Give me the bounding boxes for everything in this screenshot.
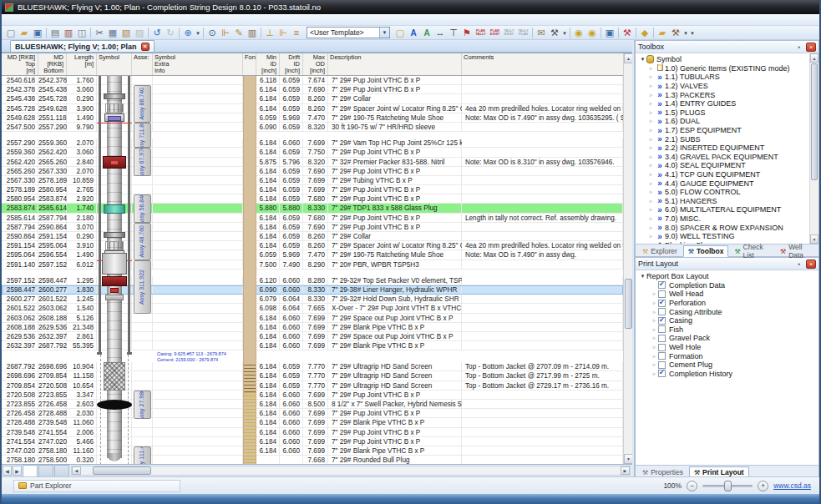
zoom-slider-thumb[interactable] — [724, 481, 732, 491]
toolbox-item-gauge-equipment[interactable]: ▹ 4.4) GAUGE EQUIPMENT — [636, 179, 818, 188]
print-item-completion-data[interactable]: ▹ Completion Data — [636, 281, 818, 290]
print-item-gravel-pack[interactable]: ▹ Gravel Pack — [636, 334, 818, 343]
menu-item[interactable] — [55, 14, 68, 25]
expander-icon[interactable]: ▹ — [647, 100, 655, 107]
table-row[interactable]: 2728.488 2739.548 11.060 6.184 6.060 7.6… — [2, 418, 623, 427]
save-icon[interactable]: ▣ — [31, 27, 44, 39]
toolbox-item-esp-equipment[interactable]: ▹ 1.7) ESP EQUIPMENT — [636, 126, 818, 135]
columns-icon[interactable]: ≡ — [290, 27, 303, 39]
table-row[interactable]: 2591.140 2597.152 6.012 7.500 7.490 8.29… — [2, 260, 623, 270]
expander-icon[interactable]: ▹ — [651, 317, 658, 324]
symbol-color-icon[interactable]: A — [420, 27, 433, 39]
tab-scroll-left-icon[interactable]: ◀ — [3, 466, 12, 476]
toolbar-separator[interactable] — [146, 27, 150, 39]
toolbox-item-plugs[interactable]: ▹ 1.5) PLUGS — [636, 108, 818, 118]
tab-scroll-right-icon[interactable]: ▶ — [13, 466, 22, 476]
scroll-up-icon[interactable]: ▲ — [810, 53, 818, 63]
page-setup-icon[interactable]: ▥ — [62, 27, 75, 39]
checkbox[interactable] — [658, 317, 666, 325]
table-row[interactable]: 2542.378 2545.438 3.060 6.184 6.059 7.69… — [2, 85, 623, 94]
menu-item[interactable] — [15, 14, 28, 25]
toolbox-item-valves[interactable]: ▹ 1.2) VALVES — [636, 82, 818, 91]
cut-icon[interactable]: ✂ — [93, 27, 106, 39]
coins-alt-icon[interactable]: ◉ — [585, 27, 599, 39]
font-icon[interactable]: A — [407, 27, 420, 39]
table-row[interactable]: 2597.152 2598.447 1.295 6.120 6.060 8.28… — [2, 276, 623, 285]
expander-icon[interactable]: ▹ — [651, 309, 658, 315]
print-item-completion-history[interactable]: ▹ Completion History — [636, 370, 818, 379]
close-icon[interactable]: × — [806, 43, 816, 52]
table-row[interactable]: 2726.458 2728.488 2.030 6.184 6.060 7.69… — [2, 409, 623, 418]
expander-icon[interactable]: ▹ — [647, 180, 655, 187]
toolbox-item-hangers[interactable]: ▹ 5.1) HANGERS — [636, 197, 818, 206]
report-view-icon[interactable]: ▥ — [246, 27, 259, 39]
title-bar[interactable]: BLUESHAWK; Flying V; 1.00; Plan - Comple… — [2, 0, 819, 14]
scroll-right-icon[interactable]: ▶ — [621, 466, 630, 475]
table-row[interactable]: 2601.522 2603.062 1.540 6.098 6.064 7.66… — [2, 304, 623, 313]
pin-icon[interactable]: ▪ — [794, 43, 804, 51]
coins-icon[interactable]: ◉ — [572, 27, 585, 39]
scrollbar-thumb[interactable] — [93, 466, 151, 475]
scroll-down-icon[interactable]: ▼ — [624, 454, 632, 464]
toolbox-item-dual[interactable]: ▹ 1.6) DUAL — [636, 117, 818, 126]
expander-icon[interactable]: ▹ — [647, 109, 655, 116]
design-mode-icon[interactable]: ⚒ — [621, 27, 634, 39]
table-row[interactable]: 2741.554 2747.020 5.466 6.184 6.060 7.69… — [2, 437, 623, 446]
table-row[interactable]: 2545.438 2545.728 0.290 6.184 6.059 8.26… — [2, 94, 623, 103]
toolbox-item-seal-equipment[interactable]: ▹ 4.0) SEAL EQUIPMENT — [636, 161, 818, 170]
close-icon[interactable]: × — [141, 43, 150, 51]
assembly-label[interactable]: Assy 56.840 — [134, 194, 151, 223]
print-item-casing[interactable]: ▹ Casing — [636, 316, 818, 325]
table-row[interactable]: 2565.260 2567.330 2.070 6.184 6.059 7.69… — [2, 167, 623, 176]
menu-item[interactable] — [95, 14, 109, 25]
toolbox-scrollbar[interactable]: ▲ ▼ — [809, 53, 818, 244]
checkbox[interactable] — [658, 361, 666, 369]
expander-icon[interactable]: ▹ — [647, 73, 655, 80]
toolbox-item-entry-guides[interactable]: ▹ 1.4) ENTRY GUIDES — [636, 99, 818, 108]
redo-icon[interactable]: ↻ — [164, 27, 177, 39]
align-depth-icon[interactable]: ⊥ — [263, 27, 276, 39]
computer-icon[interactable]: ▣ — [603, 27, 616, 39]
expander-icon[interactable]: ▹ — [647, 162, 655, 169]
table-row[interactable]: 2747.020 2758.180 11.160 6.184 6.060 7.6… — [2, 446, 623, 456]
print-item-well-head[interactable]: ▹ Well Head — [636, 290, 818, 299]
print-item-formation[interactable]: ▹ Formation — [636, 351, 818, 360]
datum-icon[interactable]: ⊤ — [447, 27, 460, 39]
toolbar-separator[interactable] — [201, 27, 205, 39]
sheet-tab-sketch[interactable] — [38, 465, 53, 476]
plan-tally-view-icon[interactable]: PLAN TALLY — [474, 27, 488, 39]
table-row[interactable]: 2545.728 2549.628 3.900 6.184 6.059 8.26… — [2, 104, 623, 113]
assembly-label[interactable]: Assy 27.980 — [134, 391, 151, 419]
expander-icon[interactable]: ▹ — [647, 233, 655, 239]
pin-icon[interactable]: ▪ — [794, 260, 804, 268]
checkbox[interactable] — [658, 344, 666, 351]
send-mail-icon[interactable]: ✉ — [535, 27, 548, 39]
toolbar-separator[interactable] — [616, 27, 621, 39]
toolbox-item-tcp-gun-equipment[interactable]: ▹ 4.1) TCP GUN EQUIPMENT — [636, 170, 818, 179]
expander-icon[interactable]: ▹ — [651, 335, 658, 341]
expander-icon[interactable]: ▹ — [647, 215, 655, 222]
zoom-icon[interactable]: ⊙ — [205, 27, 219, 39]
menu-item[interactable] — [28, 14, 42, 25]
new-document-icon[interactable]: ▢ — [4, 27, 18, 39]
table-row[interactable]: 2723.855 2726.458 2.603 6.184 6.060 8.50… — [2, 400, 623, 409]
print-item-well-hole[interactable]: ▹ Well Hole — [636, 343, 818, 352]
dropdown-arrow-icon[interactable]: ▾ — [561, 27, 568, 39]
assembly-label[interactable]: Assy 711.860 — [134, 123, 151, 148]
table-row[interactable]: 2557.290 2559.360 2.070 6.184 6.060 7.69… — [2, 139, 623, 148]
checkbox[interactable] — [658, 300, 666, 307]
web-update-icon[interactable]: ⊕ — [181, 27, 195, 39]
report-box-layout-root[interactable]: ▾ Report Box Layout — [636, 272, 818, 281]
sheet-tab-no-5150-ht2[interactable] — [23, 465, 38, 476]
print-item-perforation[interactable]: ▹ Perforation — [636, 299, 818, 308]
toolbar-separator[interactable] — [177, 27, 181, 39]
table-row[interactable]: 2590.864 2591.154 0.290 6.184 6.059 8.26… — [2, 232, 623, 241]
assembly-label[interactable]: Assy 48.760 — [134, 223, 151, 260]
table-row[interactable]: 2709.854 2720.508 10.654 6.184 6.059 7.7… — [2, 381, 623, 391]
expander-icon[interactable]: ▹ — [651, 370, 658, 377]
plan-exist-view-icon[interactable]: PLAN EXIST — [488, 27, 502, 39]
part-explorer-tab[interactable]: Part Explorer — [13, 480, 180, 492]
table-row[interactable]: 2687.792 2698.696 10.904 6.184 6.059 7.7… — [2, 362, 623, 371]
toolbar-overflow-icon[interactable]: ▾ — [689, 27, 696, 39]
table-row[interactable]: 2587.794 2590.864 3.070 6.184 6.059 7.69… — [2, 223, 623, 232]
